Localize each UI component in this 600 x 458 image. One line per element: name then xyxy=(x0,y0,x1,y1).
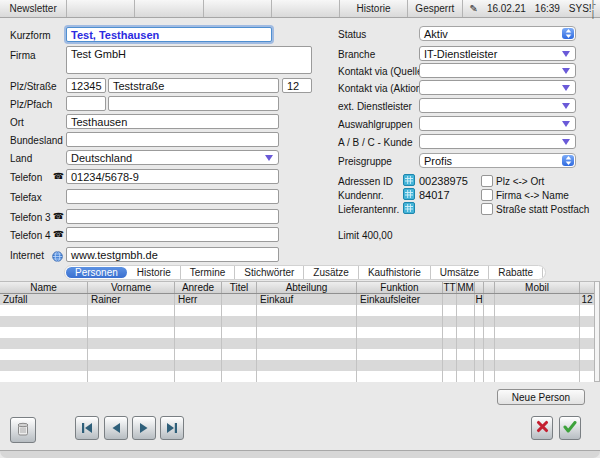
table-cell[interactable] xyxy=(257,316,357,327)
hausnummer-field[interactable]: 12 xyxy=(282,78,312,93)
table-cell[interactable]: 12 xyxy=(580,294,594,305)
table-cell[interactable] xyxy=(475,316,484,327)
table-empty-row[interactable] xyxy=(0,371,594,382)
table-cell[interactable] xyxy=(484,305,495,316)
table-cell[interactable] xyxy=(475,349,484,360)
firma-name-checkbox[interactable] xyxy=(481,189,493,201)
table-cell[interactable] xyxy=(484,294,495,305)
table-cell[interactable] xyxy=(443,327,457,338)
table-cell[interactable] xyxy=(475,305,484,316)
table-cell[interactable] xyxy=(257,360,357,371)
table-empty-row[interactable] xyxy=(0,316,594,327)
telefon3-field[interactable] xyxy=(66,209,279,224)
table-cell[interactable] xyxy=(88,316,175,327)
neue-person-button[interactable]: Neue Person xyxy=(497,389,585,405)
table-cell[interactable] xyxy=(175,371,222,382)
table-cell[interactable] xyxy=(495,327,580,338)
kontakt-quelle-select[interactable] xyxy=(419,63,576,78)
last-record-button[interactable] xyxy=(160,416,184,440)
tab-zusaetze[interactable]: Zusätze xyxy=(303,266,358,279)
table-cell[interactable] xyxy=(495,338,580,349)
table-cell[interactable] xyxy=(222,294,257,305)
column-header[interactable]: Anrede xyxy=(175,282,222,293)
tab-rabatte[interactable]: Rabatte xyxy=(488,266,542,279)
table-cell[interactable] xyxy=(0,305,88,316)
historie-button[interactable]: Historie xyxy=(340,0,408,17)
table-cell[interactable] xyxy=(457,294,475,305)
auswahlgruppen-select[interactable] xyxy=(419,116,576,131)
column-header[interactable]: Titel xyxy=(222,282,257,293)
table-cell[interactable] xyxy=(484,316,495,327)
table-cell[interactable] xyxy=(580,371,594,382)
table-cell[interactable] xyxy=(222,305,257,316)
table-cell[interactable] xyxy=(580,360,594,371)
table-cell[interactable] xyxy=(443,294,457,305)
table-cell[interactable] xyxy=(457,360,475,371)
table-cell[interactable] xyxy=(495,316,580,327)
table-cell[interactable] xyxy=(88,305,175,316)
tab-stichwoerter[interactable]: Stichwörter xyxy=(234,266,303,279)
table-cell[interactable] xyxy=(222,338,257,349)
telefon-field[interactable]: 01234/5678-9 xyxy=(66,169,279,184)
table-cell[interactable] xyxy=(457,338,475,349)
pfach-plz-field[interactable] xyxy=(66,96,106,111)
table-cell[interactable] xyxy=(222,360,257,371)
table-cell[interactable] xyxy=(484,371,495,382)
tab-kaufhistorie[interactable]: Kaufhistorie xyxy=(358,266,430,279)
tab-termine[interactable]: Termine xyxy=(180,266,235,279)
tab-herstellerumsatz[interactable]: Herstellerumsatz xyxy=(542,266,546,279)
first-record-button[interactable] xyxy=(75,416,99,440)
strasse-field[interactable]: Teststraße xyxy=(108,78,279,93)
table-cell[interactable] xyxy=(88,349,175,360)
table-cell[interactable]: Einkauf xyxy=(257,294,357,305)
column-header[interactable] xyxy=(580,282,594,293)
table-empty-row[interactable] xyxy=(0,305,594,316)
table-cell[interactable] xyxy=(257,371,357,382)
table-cell[interactable] xyxy=(0,327,88,338)
table-cell[interactable] xyxy=(257,327,357,338)
table-cell[interactable] xyxy=(257,349,357,360)
table-cell[interactable]: Einkaufsleiter xyxy=(357,294,443,305)
tab-personen[interactable]: Personen xyxy=(66,267,127,278)
table-cell[interactable] xyxy=(495,294,580,305)
table-cell[interactable] xyxy=(257,305,357,316)
confirm-button[interactable] xyxy=(559,416,581,440)
table-cell[interactable] xyxy=(580,327,594,338)
table-cell[interactable] xyxy=(457,316,475,327)
table-cell[interactable] xyxy=(88,371,175,382)
firma-field[interactable]: Test GmbH xyxy=(66,46,312,74)
plz-ort-checkbox[interactable] xyxy=(481,175,493,187)
table-cell[interactable] xyxy=(0,338,88,349)
table-cell[interactable] xyxy=(222,327,257,338)
table-cell[interactable] xyxy=(357,327,443,338)
table-cell[interactable] xyxy=(580,349,594,360)
table-cell[interactable] xyxy=(443,360,457,371)
table-cell[interactable] xyxy=(357,338,443,349)
table-scrollbar[interactable] xyxy=(594,281,600,382)
table-cell[interactable] xyxy=(357,316,443,327)
table-cell[interactable] xyxy=(357,305,443,316)
column-header[interactable] xyxy=(475,282,484,293)
kontakt-aktion-select[interactable] xyxy=(419,80,576,95)
table-cell[interactable] xyxy=(175,338,222,349)
table-cell[interactable]: Rainer xyxy=(88,294,175,305)
table-empty-row[interactable] xyxy=(0,338,594,349)
table-cell[interactable] xyxy=(475,327,484,338)
column-header[interactable]: Vorname xyxy=(88,282,175,293)
table-row[interactable]: Zufall Rainer Herr Einkauf Einkaufsleite… xyxy=(0,294,594,305)
table-cell[interactable] xyxy=(484,327,495,338)
table-cell[interactable] xyxy=(484,360,495,371)
table-cell[interactable]: H xyxy=(475,294,484,305)
telefon4-field[interactable] xyxy=(66,227,279,242)
table-cell[interactable] xyxy=(357,349,443,360)
table-empty-row[interactable] xyxy=(0,360,594,371)
table-cell[interactable] xyxy=(0,316,88,327)
table-cell[interactable] xyxy=(443,305,457,316)
table-cell[interactable] xyxy=(357,360,443,371)
table-cell[interactable] xyxy=(175,305,222,316)
table-cell[interactable] xyxy=(0,371,88,382)
table-cell[interactable] xyxy=(475,338,484,349)
table-cell[interactable] xyxy=(457,371,475,382)
land-select[interactable]: Deutschland xyxy=(66,150,279,165)
kurzform-field[interactable]: Test, Testhausen xyxy=(66,27,272,42)
